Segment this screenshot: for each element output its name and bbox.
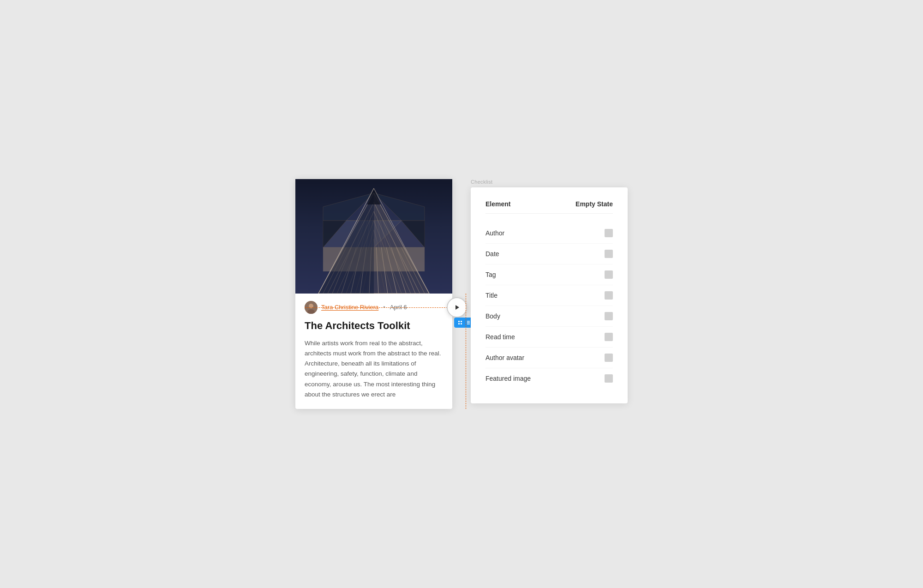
checklist-row: Date (485, 244, 613, 264)
svg-rect-40 (461, 323, 462, 324)
author-date: April 6 (390, 304, 407, 311)
col-empty-state-header: Empty State (575, 200, 613, 208)
checklist-row-label: Title (485, 292, 497, 299)
checklist-row: Read time (485, 327, 613, 348)
checklist-checkbox[interactable] (605, 270, 613, 279)
checklist-checkbox[interactable] (605, 354, 613, 362)
workspace: Tara Christine Riviera • April 6 (295, 179, 628, 409)
checklist-panel: Checklist Element Empty State AuthorDate… (471, 179, 628, 403)
checklist-row-label: Tag (485, 271, 496, 278)
checklist-checkbox[interactable] (605, 250, 613, 258)
checklist-row-label: Read time (485, 333, 515, 341)
checklist-row: Title (485, 285, 613, 306)
author-row: Tara Christine Riviera • April 6 (305, 301, 443, 314)
checklist-row: Author avatar (485, 348, 613, 368)
checklist-row-label: Body (485, 312, 500, 320)
author-separator: • (383, 304, 385, 311)
blog-body: While artists work from real to the abst… (305, 338, 443, 400)
checklist-row: Author (485, 223, 613, 244)
author-avatar (305, 301, 318, 314)
checklist-checkbox[interactable] (605, 333, 613, 341)
toolbar-icon-1[interactable] (457, 319, 463, 326)
checklist-row-label: Featured image (485, 375, 531, 382)
checklist-checkbox[interactable] (605, 229, 613, 237)
checklist-header: Element Empty State (485, 200, 613, 214)
blog-card: Tara Christine Riviera • April 6 (295, 179, 452, 409)
icon-selector[interactable] (447, 297, 467, 318)
checklist-row-label: Author avatar (485, 354, 524, 361)
checklist-card: Element Empty State AuthorDateTagTitleBo… (471, 187, 628, 403)
author-name[interactable]: Tara Christine Riviera (321, 304, 378, 311)
blog-card-image (295, 179, 452, 294)
checklist-checkbox[interactable] (605, 374, 613, 383)
checklist-label: Checklist (471, 179, 628, 185)
blog-card-content: Tara Christine Riviera • April 6 (295, 294, 452, 409)
svg-rect-39 (458, 323, 460, 324)
svg-point-34 (309, 304, 313, 308)
checklist-row: Tag (485, 264, 613, 285)
checklist-rows: AuthorDateTagTitleBodyRead timeAuthor av… (485, 223, 613, 389)
checklist-checkbox[interactable] (605, 312, 613, 320)
svg-rect-38 (461, 321, 462, 322)
checklist-row-label: Author (485, 229, 504, 237)
blog-title: The Architects Toolkit (305, 319, 443, 333)
selector-icon (453, 304, 461, 311)
checklist-checkbox[interactable] (605, 291, 613, 300)
checklist-row: Body (485, 306, 613, 327)
checklist-row-label: Date (485, 250, 499, 258)
checklist-row: Featured image (485, 368, 613, 389)
svg-marker-36 (456, 305, 459, 310)
col-element-header: Element (485, 200, 510, 208)
svg-rect-37 (458, 321, 460, 322)
